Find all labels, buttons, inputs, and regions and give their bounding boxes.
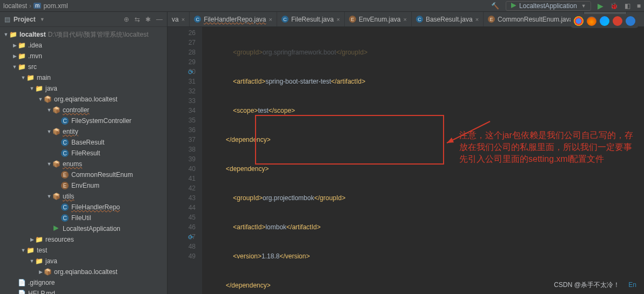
tree-item-test[interactable]: 📁test <box>0 245 167 256</box>
coverage-icon[interactable]: ◧ <box>625 2 630 10</box>
tab[interactable]: CFileResult.java× <box>277 12 345 27</box>
tree-item-java[interactable]: 📁java <box>0 256 167 266</box>
collapse-icon[interactable]: ⇆ <box>135 16 140 23</box>
tree-item-idea[interactable]: 📁.idea <box>0 40 167 51</box>
run-config-label: LocaltestApplication <box>519 2 577 10</box>
debug-icon[interactable]: 🐞 <box>610 2 618 10</box>
chevron-down-icon[interactable]: ▼ <box>40 17 45 22</box>
editor-area: va× CFileHandlerRepo.java× CFileResult.j… <box>167 12 644 294</box>
breadcrumb: localtest › m pom.xml <box>3 2 68 10</box>
close-icon[interactable]: × <box>182 16 185 23</box>
tree-item-class[interactable]: CBaseResult <box>0 137 167 148</box>
maven-file-icon: m <box>33 3 41 9</box>
tree-item-class[interactable]: CFileUtil <box>0 213 167 223</box>
tree-item-class[interactable]: CFileSystemController <box>0 115 167 126</box>
safari-icon[interactable] <box>600 16 609 26</box>
tree-item-gitignore[interactable]: 📄.gitignore <box>0 277 167 288</box>
stop-icon[interactable]: ■ <box>637 2 641 10</box>
top-bar: localtest › m pom.xml 🔨 ⯈ LocaltestAppli… <box>0 0 644 12</box>
close-icon[interactable]: × <box>269 16 272 23</box>
project-tool-window: ▤ Project ▼ ⊕ ⇆ ✱ — 📁localtestD:\项目代码\预算… <box>0 12 167 294</box>
gutter: 26 27 28 29 30 31 32 33 34 35 36 37 38 3… <box>167 27 202 294</box>
tree-item-main[interactable]: 📁main <box>0 72 167 83</box>
gear-icon[interactable]: ✱ <box>145 16 151 23</box>
tree-item-class[interactable]: CFileResult <box>0 148 167 159</box>
run-config-dropdown[interactable]: ⯈ LocaltestApplication ▼ <box>506 1 591 11</box>
select-opened-icon[interactable]: ⊕ <box>124 16 129 23</box>
ie-icon[interactable] <box>626 16 635 26</box>
browser-icons <box>571 14 639 28</box>
close-icon[interactable]: × <box>337 16 340 23</box>
tree-item-controller[interactable]: 📦controller <box>0 105 167 115</box>
project-icon: ▤ <box>4 16 10 23</box>
project-header: ▤ Project ▼ ⊕ ⇆ ✱ — <box>0 12 167 27</box>
chevron-down-icon: ▼ <box>581 3 586 9</box>
enum-icon: E <box>488 16 495 23</box>
tree-item-enums[interactable]: 📦enums <box>0 159 167 169</box>
tree-root[interactable]: 📁localtestD:\项目代码\预算管理系统\localtest <box>0 29 167 40</box>
close-icon[interactable]: × <box>403 16 406 23</box>
tree-item-src[interactable]: 📁src <box>0 61 167 72</box>
tab[interactable]: ECommonResultEnum.java× <box>484 12 584 27</box>
reload-icon[interactable]: ⟳ <box>188 233 193 242</box>
build-icon[interactable]: 🔨 <box>491 2 499 10</box>
tree-item-utils[interactable]: 📦utils <box>0 191 167 202</box>
annotation-text: 注意，这个jar包依赖是我们公司自己写的，存放在我们公司的私服里面，所以我们一定… <box>459 129 639 165</box>
reload-icon[interactable]: ⟳ <box>188 67 193 77</box>
tree-item-resources[interactable]: 📁resources <box>0 234 167 245</box>
opera-icon[interactable] <box>613 16 622 26</box>
tree-item-help[interactable]: 📄HELP.md <box>0 288 167 294</box>
tab[interactable]: EEnvEnum.java× <box>345 12 412 27</box>
firefox-icon[interactable] <box>587 16 596 26</box>
project-tree[interactable]: 📁localtestD:\项目代码\预算管理系统\localtest 📁.ide… <box>0 27 167 294</box>
tree-item-enum[interactable]: EEnvEnum <box>0 180 167 191</box>
close-icon[interactable]: × <box>475 16 479 23</box>
class-icon: C <box>194 16 201 23</box>
tree-item-java[interactable]: 📁java <box>0 83 167 94</box>
run-icon[interactable]: ▶ <box>598 2 603 10</box>
chrome-icon[interactable] <box>574 16 583 26</box>
class-icon: C <box>281 16 289 23</box>
breadcrumb-file[interactable]: pom.xml <box>43 2 68 10</box>
tree-item-package[interactable]: 📦org.eqianbao.localtest <box>0 94 167 105</box>
tree-item-app[interactable]: ⯈LocaltestApplication <box>0 223 167 234</box>
tree-item-mvn[interactable]: 📁.mvn <box>0 51 167 61</box>
tree-item-enum[interactable]: ECommonResultEnum <box>0 169 167 180</box>
spring-boot-icon: ⯈ <box>511 2 517 10</box>
tree-item-class[interactable]: CFileHandlerRepo <box>0 202 167 213</box>
breadcrumb-item[interactable]: localtest <box>3 2 27 10</box>
tab[interactable]: CFileHandlerRepo.java× <box>190 12 277 27</box>
tree-item-package[interactable]: 📦org.eqianbao.localtest <box>0 266 167 277</box>
project-title[interactable]: Project <box>14 16 36 23</box>
hide-icon[interactable]: — <box>156 16 163 23</box>
class-icon: C <box>416 16 423 23</box>
enum-icon: E <box>349 16 356 23</box>
tab[interactable]: va× <box>167 12 190 27</box>
tab[interactable]: CBaseResult.java× <box>412 12 484 27</box>
tree-item-entity[interactable]: 📦entity <box>0 126 167 137</box>
watermark: CSDN @杀手不太冷！ En <box>554 279 636 290</box>
